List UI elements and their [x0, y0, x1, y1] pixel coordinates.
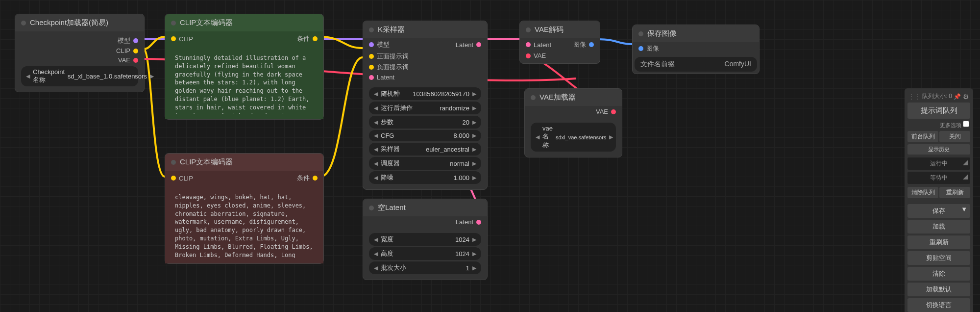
node-title[interactable]: VAE加载器 [525, 89, 622, 106]
resize-handle-icon[interactable]: ◢ [961, 159, 969, 165]
output-latent[interactable]: Latent [363, 216, 487, 228]
output-clip[interactable]: CLIP [21, 46, 138, 55]
load-button[interactable]: 加载 [907, 220, 970, 234]
clear-queue-button[interactable]: 清除队列 [907, 187, 938, 198]
control-widget[interactable]: ◀运行后操作randomize▶ [369, 102, 481, 114]
running-section: 运行中◢ [907, 157, 970, 170]
clip-text-encode-positive[interactable]: CLIP文本编码器 CLIP 条件 [165, 14, 324, 120]
chevron-left-icon[interactable]: ◀ [26, 73, 30, 79]
vae-name-widget[interactable]: ◀vae名称sdxl_vae.safetensors▶ [531, 123, 616, 152]
sampler-widget[interactable]: ◀采样器euler_ancestral▶ [369, 143, 481, 156]
node-title[interactable]: 空Latent [363, 199, 487, 216]
batch-widget[interactable]: ◀批次大小1▶ [369, 261, 481, 274]
output-model[interactable]: 模型 [21, 35, 138, 46]
output-vae[interactable]: VAE [525, 106, 622, 117]
vae-decode-node[interactable]: VAE解码 Latent 图像 VAE [519, 21, 600, 64]
node-title[interactable]: Checkpoint加载器(简易) [15, 14, 144, 31]
clipspace-button[interactable]: 剪贴空间 [907, 251, 970, 265]
refresh-queue-button[interactable]: 重刷新 [939, 187, 970, 198]
output-latent[interactable]: Latent [456, 39, 481, 50]
node-title[interactable]: 保存图像 [633, 25, 759, 42]
checkpoint-loader-node[interactable]: Checkpoint加载器(简易) 模型 CLIP VAE ◀ Checkpoi… [15, 14, 145, 92]
output-conditioning[interactable]: 条件 [297, 33, 318, 44]
show-history-button[interactable]: 显示历史 [907, 144, 970, 155]
switch-lang-button[interactable]: 切换语言 [907, 298, 970, 312]
input-image[interactable]: 图像 [633, 42, 759, 55]
denoise-widget[interactable]: ◀降噪1.000▶ [369, 171, 481, 184]
height-widget[interactable]: ◀高度1024▶ [369, 247, 481, 260]
queue-size-label: 队列大小: 0 [922, 92, 952, 101]
prompt-textarea[interactable] [171, 50, 318, 114]
node-title[interactable]: CLIP文本编码器 [165, 154, 323, 171]
input-latent[interactable]: Latent [526, 39, 551, 50]
vae-loader-node[interactable]: VAE加载器 VAE ◀vae名称sdxl_vae.safetensors▶ [524, 88, 622, 157]
chevron-right-icon[interactable]: ▶ [150, 73, 154, 79]
input-vae[interactable]: VAE [520, 51, 600, 63]
resize-handle-icon[interactable]: ◢ [961, 174, 969, 180]
width-widget[interactable]: ◀宽度1024▶ [369, 233, 481, 246]
save-image-node[interactable]: 保存图像 图像 文件名前缀 ComfyUI [632, 25, 760, 74]
refresh-button[interactable]: 重刷新 [907, 235, 970, 249]
filename-prefix-widget[interactable]: 文件名前缀 ComfyUI [635, 57, 757, 72]
input-clip[interactable]: CLIP [171, 33, 193, 44]
seed-widget[interactable]: ◀随机种1038560282059170▶ [369, 87, 481, 100]
empty-latent-node[interactable]: 空Latent Latent ◀宽度1024▶ ◀高度1024▶ ◀批次大小1▶ [363, 199, 488, 280]
drag-handle-icon[interactable]: ⋮⋮ [908, 93, 920, 100]
node-title[interactable]: K采样器 [363, 21, 487, 38]
clip-text-encode-negative[interactable]: CLIP文本编码器 CLIP 条件 [165, 153, 324, 264]
prompt-textarea[interactable] [171, 189, 318, 258]
node-title[interactable]: VAE解码 [520, 21, 600, 38]
more-options-toggle[interactable]: 更多选项 [907, 120, 970, 130]
input-negative[interactable]: 负面提示词 [363, 62, 487, 73]
scheduler-widget[interactable]: ◀调度器normal▶ [369, 157, 481, 170]
clear-button[interactable]: 清除 [907, 267, 970, 281]
input-latent[interactable]: Latent [363, 73, 487, 82]
front-queue-button[interactable]: 前台队列 [907, 131, 938, 142]
pin-icon[interactable]: 📌 [954, 93, 961, 100]
cfg-widget[interactable]: ◀CFG8.000▶ [369, 130, 481, 141]
ckpt-name-widget[interactable]: ◀ Checkpoint名称 sd_xl_base_1.0.safetensor… [21, 66, 138, 86]
waiting-section: 等待中◢ [907, 172, 970, 184]
output-conditioning[interactable]: 条件 [297, 173, 318, 183]
input-model[interactable]: 模型 [369, 39, 390, 50]
close-button[interactable]: 关闭 [939, 131, 970, 142]
output-image[interactable]: 图像 [573, 39, 594, 50]
more-options-checkbox[interactable] [963, 121, 969, 127]
load-default-button[interactable]: 加载默认 [907, 283, 970, 296]
queue-panel[interactable]: ⋮⋮ 队列大小: 0 📌 ⚙ 提示词队列 更多选项 前台队列 关闭 显示历史 运… [905, 88, 973, 312]
ksampler-node[interactable]: K采样器 模型 Latent 正面提示词 负面提示词 Latent ◀随机种10… [363, 21, 488, 190]
gear-icon[interactable]: ⚙ [963, 93, 969, 101]
queue-prompt-button[interactable]: 提示词队列 [907, 103, 970, 119]
node-title[interactable]: CLIP文本编码器 [165, 14, 323, 31]
input-positive[interactable]: 正面提示词 [363, 51, 487, 62]
chevron-down-icon[interactable]: ▼ [961, 206, 967, 213]
input-clip[interactable]: CLIP [171, 173, 193, 183]
steps-widget[interactable]: ◀步数20▶ [369, 116, 481, 129]
output-vae[interactable]: VAE [21, 55, 138, 65]
